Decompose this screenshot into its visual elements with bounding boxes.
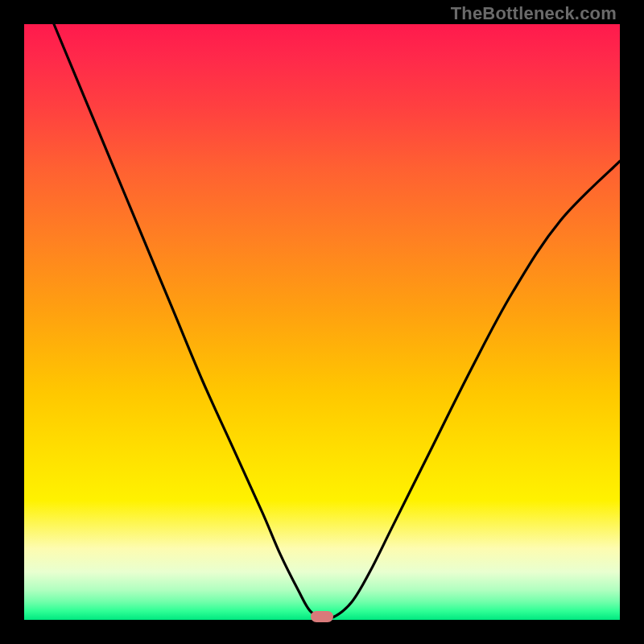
bottleneck-curve [54,24,620,618]
watermark-text: TheBottleneck.com [451,3,617,24]
plot-area [24,24,620,620]
curve-svg [24,24,620,620]
chart-frame: TheBottleneck.com [0,0,644,644]
minimum-marker [311,611,333,622]
